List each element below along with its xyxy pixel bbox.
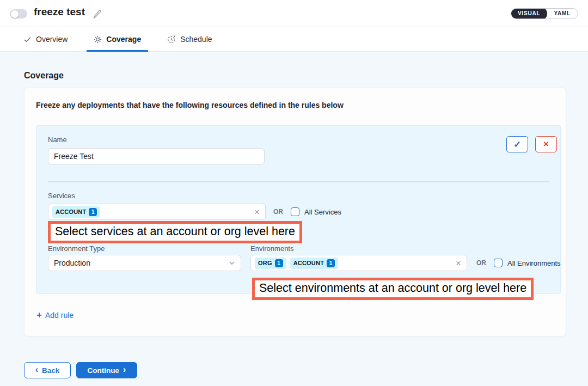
all-services-checkbox[interactable]: [291, 207, 299, 216]
tab-overview[interactable]: Overview: [16, 27, 75, 51]
services-input[interactable]: ACCOUNT 1 ×: [48, 204, 266, 220]
all-services-label: All Services: [304, 208, 341, 216]
tag-scope: ACCOUNT: [56, 209, 86, 215]
continue-button-label: Continue: [88, 366, 120, 375]
tab-bar: Overview Coverage Schedule: [0, 27, 588, 52]
environments-or-label: OR: [476, 259, 486, 267]
coverage-section-title: Coverage: [24, 71, 64, 81]
tag-count-badge: 1: [327, 259, 335, 267]
add-rule-label: Add rule: [45, 311, 74, 320]
services-annotation: Select services at an account or org lev…: [48, 221, 302, 243]
name-label: Name: [48, 136, 67, 144]
chevron-down-icon: [229, 261, 235, 265]
clear-environments-icon[interactable]: ×: [456, 259, 461, 268]
services-label: Services: [48, 192, 75, 200]
tab-overview-label: Overview: [36, 35, 68, 44]
all-environments-checkbox[interactable]: [494, 259, 503, 267]
add-rule-button[interactable]: + Add rule: [36, 310, 74, 320]
freeze-studio-page: freeze test VISUAL YAML Overview: [0, 0, 588, 386]
environments-annotation: Select environments at an account or org…: [252, 278, 534, 300]
tab-coverage[interactable]: Coverage: [87, 27, 148, 51]
all-environments-label: All Environments: [507, 259, 561, 267]
rule-divider: [48, 181, 549, 182]
back-button-label: Back: [42, 366, 59, 375]
back-button[interactable]: ‹ Back: [24, 362, 71, 378]
tab-coverage-label: Coverage: [106, 35, 141, 44]
schedule-clock-icon: [167, 35, 176, 44]
tab-schedule-label: Schedule: [180, 35, 212, 44]
check-icon: ✓: [513, 139, 521, 150]
environment-type-value: Production: [54, 259, 229, 267]
freeze-enabled-toggle[interactable]: [10, 9, 27, 19]
page-title: freeze test: [34, 6, 85, 18]
check-icon: [23, 35, 32, 44]
toggle-knob: [11, 10, 19, 18]
environments-input[interactable]: ORG 1 ACCOUNT 1 ×: [250, 255, 467, 271]
chevron-left-icon: ‹: [35, 365, 38, 375]
environment-scope-tag[interactable]: ACCOUNT 1: [290, 258, 338, 269]
tag-count-badge: 1: [89, 208, 97, 216]
edit-title-button[interactable]: [92, 8, 103, 19]
chevron-right-icon: ›: [123, 365, 126, 375]
tab-schedule[interactable]: Schedule: [160, 27, 219, 51]
continue-button[interactable]: Continue ›: [76, 362, 137, 378]
tag-scope: ORG: [258, 260, 272, 266]
services-or-label: OR: [273, 208, 283, 216]
service-scope-tag[interactable]: ACCOUNT 1: [52, 206, 100, 218]
rule-name-input[interactable]: [48, 148, 265, 164]
visual-yaml-switch: VISUAL YAML: [511, 8, 578, 19]
close-icon: ×: [543, 139, 549, 150]
environment-type-select[interactable]: Production: [48, 255, 241, 271]
tag-count-badge: 1: [275, 259, 283, 267]
environments-label: Environments: [250, 244, 293, 253]
environment-scope-tag[interactable]: ORG 1: [255, 258, 286, 269]
coverage-description: Freeze any deployments that have the fol…: [36, 101, 344, 109]
cancel-rule-button[interactable]: ×: [535, 136, 557, 152]
visual-mode-button[interactable]: VISUAL: [511, 8, 547, 19]
clear-services-icon[interactable]: ×: [254, 207, 260, 217]
top-bar: freeze test VISUAL YAML: [0, 0, 588, 27]
gear-icon: [94, 35, 102, 44]
plus-icon: +: [36, 310, 42, 320]
yaml-mode-button[interactable]: YAML: [547, 8, 578, 19]
tag-scope: ACCOUNT: [293, 260, 324, 266]
confirm-rule-button[interactable]: ✓: [506, 136, 528, 152]
environment-type-label: Environment Type: [48, 244, 105, 253]
pencil-icon: [92, 8, 103, 19]
